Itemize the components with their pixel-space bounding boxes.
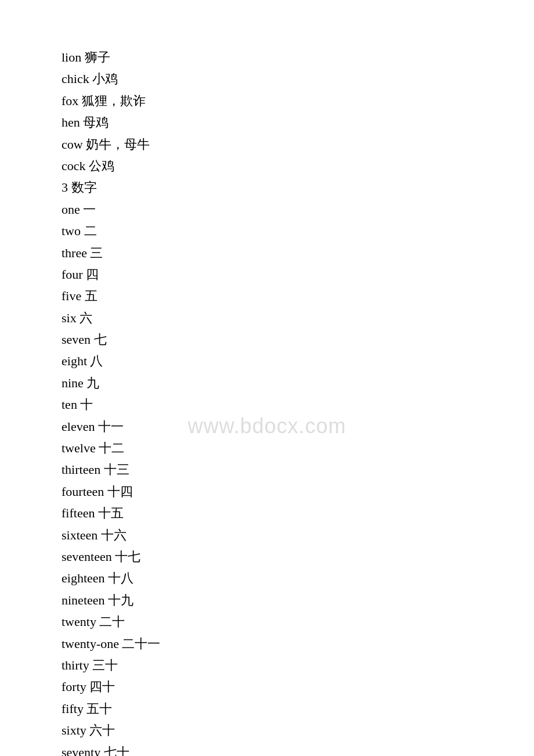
list-item: eighteen 十八 [62, 567, 534, 589]
list-item: fifteen 十五 [62, 502, 534, 524]
list-item: three 三 [62, 242, 534, 264]
list-item: seventy 七十 [62, 741, 534, 757]
list-item: fox 狐狸，欺诈 [62, 90, 534, 111]
list-item: twelve 十二 [62, 437, 534, 459]
list-item: cock 公鸡 [62, 155, 534, 177]
list-item: sixty 六十 [62, 719, 534, 741]
list-item: seventeen 十七 [62, 546, 534, 567]
list-item: hen 母鸡 [62, 111, 534, 133]
list-item: cow 奶牛，母牛 [62, 134, 534, 155]
list-item: two 二 [62, 220, 534, 242]
list-item: 3 数字 [62, 177, 534, 198]
list-item: eight 八 [62, 350, 534, 372]
list-item: nine 九 [62, 372, 534, 394]
list-item: sixteen 十六 [62, 524, 534, 546]
list-item: twenty-one 二十一 [62, 633, 534, 654]
list-item: ten 十 [62, 394, 534, 415]
list-item: one 一 [62, 199, 534, 220]
list-item: nineteen 十九 [62, 589, 534, 611]
list-item: five 五 [62, 285, 534, 307]
list-item: lion 狮子 [62, 46, 534, 68]
list-item: seven 七 [62, 329, 534, 350]
list-item: thirteen 十三 [62, 459, 534, 480]
list-item: six 六 [62, 307, 534, 329]
list-item: fifty 五十 [62, 698, 534, 719]
list-item: forty 四十 [62, 676, 534, 697]
list-item: fourteen 十四 [62, 481, 534, 502]
list-item: four 四 [62, 264, 534, 285]
main-content: lion 狮子chick 小鸡fox 狐狸，欺诈hen 母鸡cow 奶牛，母牛c… [0, 0, 534, 756]
list-item: chick 小鸡 [62, 68, 534, 89]
list-item: twenty 二十 [62, 611, 534, 632]
list-item: thirty 三十 [62, 654, 534, 676]
list-item: eleven 十一 [62, 416, 534, 437]
